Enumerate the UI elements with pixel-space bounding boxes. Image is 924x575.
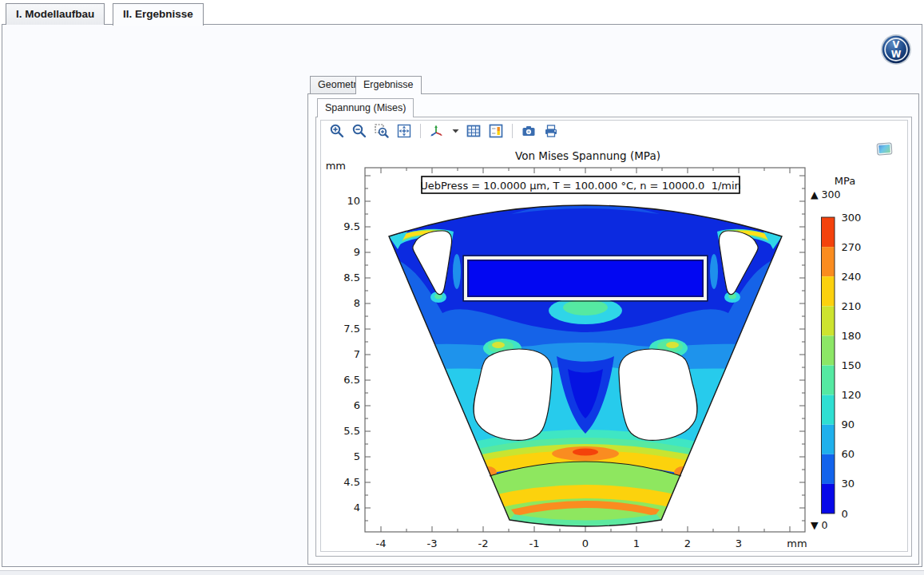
svg-text:5: 5 bbox=[354, 450, 360, 462]
left-cooling-hole bbox=[474, 349, 552, 440]
grid-icon bbox=[466, 123, 482, 139]
colorbar-labels: 300 270 240 210 180 150 120 90 60 30 0 bbox=[842, 212, 862, 520]
svg-text:W: W bbox=[891, 49, 902, 60]
view-orientation-button[interactable] bbox=[428, 122, 446, 140]
svg-text:7.5: 7.5 bbox=[343, 323, 360, 335]
svg-text:9.5: 9.5 bbox=[343, 220, 360, 232]
main-tab-modellaufbau[interactable]: I. Modellaufbau bbox=[6, 3, 105, 25]
snapshot-button[interactable] bbox=[520, 122, 537, 140]
legend-icon bbox=[488, 123, 504, 139]
view-orientation-icon bbox=[429, 123, 445, 139]
svg-text:-4: -4 bbox=[376, 537, 387, 549]
window-bottom-strip bbox=[0, 570, 924, 575]
plot-tab-spannung-mises[interactable]: Spannung (Mises) bbox=[317, 98, 414, 117]
y-axis-unit: mm bbox=[326, 160, 346, 172]
colorbar-unit: MPa bbox=[835, 175, 855, 187]
svg-text:8: 8 bbox=[354, 297, 360, 309]
right-cooling-hole bbox=[619, 349, 697, 440]
svg-text:4: 4 bbox=[354, 502, 360, 514]
svg-text:120: 120 bbox=[842, 389, 862, 401]
magnet-slot bbox=[466, 258, 705, 299]
zoom-out-button[interactable] bbox=[351, 122, 368, 140]
svg-text:8.5: 8.5 bbox=[343, 272, 360, 284]
svg-text:210: 210 bbox=[842, 300, 862, 312]
print-button[interactable] bbox=[542, 122, 560, 140]
svg-text:-3: -3 bbox=[427, 537, 438, 549]
svg-text:90: 90 bbox=[842, 418, 855, 430]
toolbar-separator bbox=[420, 124, 421, 138]
svg-text:-2: -2 bbox=[478, 537, 489, 549]
svg-text:60: 60 bbox=[842, 448, 855, 460]
legend-toggle-button[interactable] bbox=[487, 122, 505, 140]
svg-text:300: 300 bbox=[842, 212, 862, 224]
y-axis-labels: 10 9.5 9 8.5 8 7.5 7 6.5 6 5.5 5 4.5 4 bbox=[343, 195, 360, 514]
zoom-out-icon bbox=[351, 123, 367, 139]
svg-text:180: 180 bbox=[842, 330, 862, 342]
svg-text:270: 270 bbox=[842, 241, 862, 253]
svg-text:6.5: 6.5 bbox=[343, 374, 360, 386]
svg-text:5.5: 5.5 bbox=[343, 425, 360, 437]
annotation-text: UebPress = 10.0000 µm, T = 100.000 °C, n… bbox=[420, 180, 741, 192]
svg-text:-1: -1 bbox=[529, 537, 540, 549]
svg-text:2: 2 bbox=[684, 537, 691, 549]
svg-text:9: 9 bbox=[354, 246, 360, 258]
svg-text:4.5: 4.5 bbox=[343, 476, 360, 488]
plot-window-icon[interactable] bbox=[877, 142, 893, 155]
printer-icon bbox=[543, 123, 559, 139]
svg-text:0: 0 bbox=[842, 508, 848, 520]
svg-text:150: 150 bbox=[842, 359, 862, 371]
view-orientation-dropdown[interactable] bbox=[450, 122, 460, 140]
colorbar-min: ▼ 0 bbox=[811, 519, 828, 531]
main-tab-ergebnisse[interactable]: II. Ergebnisse bbox=[113, 3, 204, 26]
svg-text:3: 3 bbox=[736, 537, 742, 549]
svg-text:7: 7 bbox=[354, 348, 360, 360]
plot-canvas[interactable]: Von Mises Spannung (MPa) 10 9.5 9 8.5 8 … bbox=[321, 121, 907, 551]
zoom-in-icon bbox=[329, 123, 345, 139]
vw-logo: V W bbox=[880, 34, 912, 65]
view-tab-ergebnisse[interactable]: Ergebnisse bbox=[355, 76, 422, 94]
svg-text:6: 6 bbox=[354, 399, 360, 411]
stress-plot-surface bbox=[383, 164, 792, 539]
svg-text:10: 10 bbox=[347, 195, 360, 207]
svg-text:1: 1 bbox=[633, 537, 640, 549]
colorbar: MPa ▲ 300 300 270 240 210 180 150 120 90… bbox=[811, 175, 861, 531]
graphics-toolbar bbox=[328, 121, 560, 141]
x-axis-unit: mm bbox=[787, 537, 807, 549]
chevron-down-icon bbox=[452, 129, 459, 133]
zoom-extents-button[interactable] bbox=[395, 122, 413, 140]
svg-text:240: 240 bbox=[842, 271, 862, 283]
grid-toggle-button[interactable] bbox=[465, 122, 482, 140]
svg-text:30: 30 bbox=[842, 478, 855, 490]
zoom-in-button[interactable] bbox=[328, 122, 346, 140]
colorbar-max: ▲ 300 bbox=[811, 188, 840, 200]
x-axis-labels: -4 -3 -2 -1 0 1 2 3 bbox=[376, 537, 743, 549]
zoom-box-button[interactable] bbox=[373, 122, 391, 140]
zoom-box-icon bbox=[374, 123, 390, 139]
camera-icon bbox=[521, 123, 537, 139]
zoom-extents-icon bbox=[396, 123, 412, 139]
svg-text:0: 0 bbox=[582, 537, 589, 549]
plot-title: Von Mises Spannung (MPa) bbox=[515, 149, 660, 162]
toolbar-separator bbox=[512, 124, 513, 138]
